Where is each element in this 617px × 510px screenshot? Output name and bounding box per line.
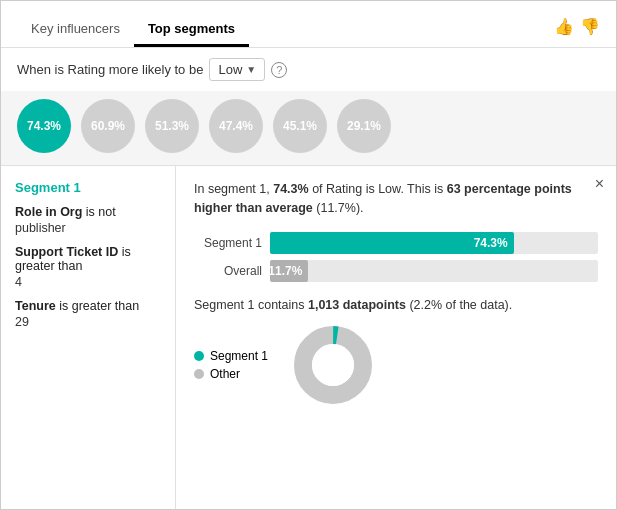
thumbdown-icon[interactable]: 👎	[580, 17, 600, 36]
filter-value: Low	[218, 62, 242, 77]
tab-list: Key influencers Top segments	[17, 13, 249, 47]
filter-dropdown[interactable]: Low ▼	[209, 58, 265, 81]
donut-legend: Segment 1 Other	[194, 349, 268, 381]
donut-prefix: Segment 1 contains	[194, 298, 308, 312]
donut-count: 1,013 datapoints	[308, 298, 406, 312]
segment-circle-4[interactable]: 47.4%	[209, 99, 263, 153]
legend-label-other: Other	[210, 367, 240, 381]
condition-tenure: Tenure is greater than 29	[15, 299, 161, 329]
app-container: Key influencers Top segments 👍 👎 When is…	[0, 0, 617, 510]
feedback-icons: 👍 👎	[554, 17, 600, 44]
condition-tenure-value: 29	[15, 315, 161, 329]
legend-dot-segment1	[194, 351, 204, 361]
bar-row-overall: Overall 11.7%	[194, 260, 598, 282]
donut-description: Segment 1 contains 1,013 datapoints (2.2…	[194, 298, 598, 312]
legend-item-other: Other	[194, 367, 268, 381]
bar-fill-segment1: 74.3%	[270, 232, 514, 254]
segment-title: Segment 1	[15, 180, 161, 195]
close-button[interactable]: ×	[595, 176, 604, 192]
condition-ticket-value: 4	[15, 275, 161, 289]
filter-question: When is Rating more likely to be	[17, 62, 203, 77]
segment-circle-5[interactable]: 45.1%	[273, 99, 327, 153]
donut-area: Segment 1 Other	[194, 320, 598, 410]
help-icon[interactable]: ?	[271, 62, 287, 78]
segment-description: In segment 1, 74.3% of Rating is Low. Th…	[194, 180, 598, 218]
legend-label-segment1: Segment 1	[210, 349, 268, 363]
donut-center	[312, 344, 354, 386]
donut-chart	[288, 320, 378, 410]
condition-tenure-field: Tenure is greater than	[15, 299, 161, 313]
bar-label-segment1: Segment 1	[194, 236, 262, 250]
desc-pct: 74.3%	[273, 182, 308, 196]
main-content: Segment 1 Role in Org is not publisher S…	[1, 165, 616, 509]
condition-role-field: Role in Org is not	[15, 205, 161, 219]
condition-role-value: publisher	[15, 221, 161, 235]
segment-circle-6[interactable]: 29.1%	[337, 99, 391, 153]
segments-row: 74.3% 60.9% 51.3% 47.4% 45.1% 29.1%	[1, 91, 616, 165]
right-panel: × In segment 1, 74.3% of Rating is Low. …	[176, 166, 616, 509]
bar-chart: Segment 1 74.3% Overall 11.7%	[194, 232, 598, 282]
bar-value-overall: 11.7%	[268, 264, 302, 278]
desc-suffix: (11.7%).	[313, 201, 364, 215]
segment-circle-1[interactable]: 74.3%	[17, 99, 71, 153]
legend-item-segment1: Segment 1	[194, 349, 268, 363]
donut-suffix: (2.2% of the data).	[406, 298, 512, 312]
thumbup-icon[interactable]: 👍	[554, 17, 574, 36]
legend-dot-other	[194, 369, 204, 379]
tabs-header: Key influencers Top segments 👍 👎	[1, 1, 616, 48]
bar-value-segment1: 74.3%	[474, 236, 508, 250]
segment-circle-2[interactable]: 60.9%	[81, 99, 135, 153]
desc-mid: of Rating is Low. This is	[309, 182, 447, 196]
condition-ticket: Support Ticket ID isgreater than 4	[15, 245, 161, 289]
bar-track-overall: 11.7%	[270, 260, 598, 282]
chevron-down-icon: ▼	[246, 64, 256, 75]
bar-fill-overall: 11.7%	[270, 260, 308, 282]
tab-key-influencers[interactable]: Key influencers	[17, 13, 134, 47]
filter-bar: When is Rating more likely to be Low ▼ ?	[1, 48, 616, 91]
segment-circle-3[interactable]: 51.3%	[145, 99, 199, 153]
bar-label-overall: Overall	[194, 264, 262, 278]
bar-row-segment1: Segment 1 74.3%	[194, 232, 598, 254]
condition-role: Role in Org is not publisher	[15, 205, 161, 235]
left-panel: Segment 1 Role in Org is not publisher S…	[1, 166, 176, 509]
tab-top-segments[interactable]: Top segments	[134, 13, 249, 47]
donut-section: Segment 1 contains 1,013 datapoints (2.2…	[194, 298, 598, 410]
bar-track-segment1: 74.3%	[270, 232, 598, 254]
condition-ticket-field: Support Ticket ID isgreater than	[15, 245, 161, 273]
desc-prefix: In segment 1,	[194, 182, 273, 196]
